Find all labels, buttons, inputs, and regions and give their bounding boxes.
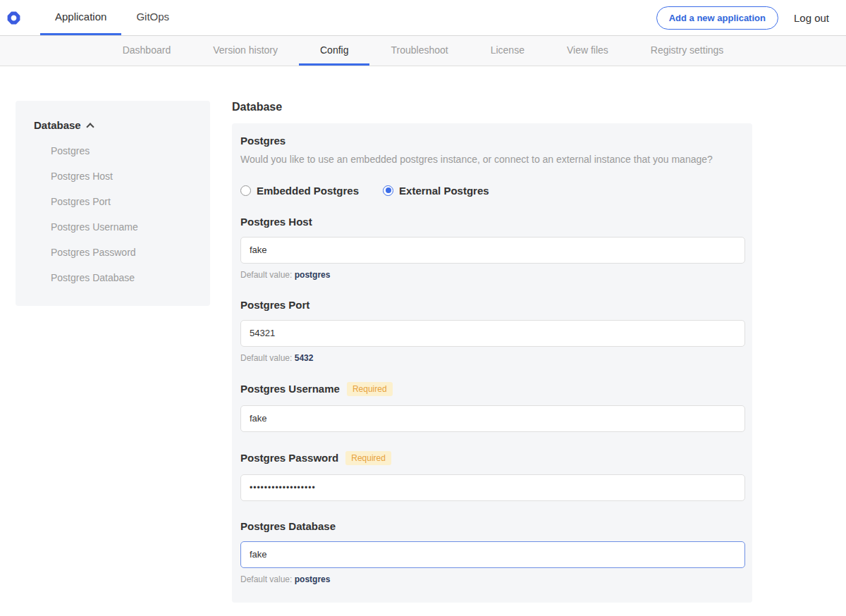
radio-unchecked-icon — [240, 185, 251, 196]
postgres-port-default: Default value: 5432 — [240, 353, 744, 363]
radio-external-postgres[interactable]: External Postgres — [383, 185, 489, 197]
sidebar-item-postgres-password[interactable]: Postgres Password — [34, 247, 197, 258]
group-title: Postgres — [240, 135, 744, 147]
radio-checked-icon — [383, 185, 393, 196]
field-postgres-database: Postgres Database Default value: postgre… — [240, 520, 744, 584]
postgres-database-input[interactable] — [240, 541, 745, 568]
subnav-tab-registry-settings-label: Registry settings — [651, 44, 723, 56]
postgres-database-default: Default value: postgres — [240, 574, 744, 584]
header-right: Add a new application Log out — [656, 0, 829, 35]
sidebar-item-postgres-username[interactable]: Postgres Username — [34, 221, 197, 233]
sidebar-group-database[interactable]: Database — [34, 119, 197, 131]
subnav-tab-troubleshoot[interactable]: Troubleshoot — [369, 36, 469, 66]
tab-application-label: Application — [55, 11, 106, 23]
subnav-tab-config-label: Config — [320, 44, 348, 56]
subnav-tab-registry-settings[interactable]: Registry settings — [630, 36, 744, 66]
app-logo[interactable] — [7, 0, 20, 35]
app-subnav: Dashboard Version history Config Trouble… — [0, 36, 846, 66]
default-value-prefix: Default value: — [240, 574, 292, 584]
sidebar-item-postgres-host[interactable]: Postgres Host — [34, 171, 197, 182]
postgres-host-input[interactable] — [240, 237, 745, 264]
field-postgres-database-label: Postgres Database — [240, 520, 336, 532]
header-tabs: Application GitOps — [40, 0, 184, 35]
group-description: Would you like to use an embedded postgr… — [240, 153, 744, 166]
field-postgres-port: Postgres Port Default value: 5432 — [240, 299, 744, 363]
default-value-prefix: Default value: — [240, 353, 292, 363]
config-sidebar: Database Postgres Postgres Host Postgres… — [16, 101, 210, 306]
sidebar-group-database-label: Database — [34, 119, 81, 131]
postgres-password-input[interactable] — [240, 474, 745, 501]
field-postgres-username-label: Postgres Username — [240, 383, 340, 395]
subnav-tab-license[interactable]: License — [470, 36, 546, 66]
logout-link[interactable]: Log out — [794, 12, 829, 24]
subnav-tab-version-history[interactable]: Version history — [192, 36, 299, 66]
sidebar-item-postgres[interactable]: Postgres — [34, 145, 197, 156]
required-badge: Required — [347, 382, 393, 396]
page-title: Database — [232, 101, 752, 113]
subnav-tab-view-files-label: View files — [567, 44, 608, 56]
required-badge: Required — [345, 451, 391, 465]
field-postgres-host-label: Postgres Host — [240, 216, 312, 228]
postgres-username-input[interactable] — [240, 405, 745, 432]
default-value-text: postgres — [295, 270, 331, 280]
field-postgres-port-label: Postgres Port — [240, 299, 309, 311]
sidebar-item-postgres-port[interactable]: Postgres Port — [34, 196, 197, 207]
default-value-text: postgres — [295, 574, 331, 584]
field-postgres-password: Postgres Password Required — [240, 451, 744, 501]
subnav-tab-version-history-label: Version history — [213, 44, 278, 56]
subnav-tab-dashboard[interactable]: Dashboard — [102, 36, 192, 66]
default-value-prefix: Default value: — [240, 270, 292, 280]
field-postgres-password-label: Postgres Password — [240, 452, 338, 464]
config-main: Database Postgres Would you like to use … — [232, 101, 752, 616]
tab-gitops[interactable]: GitOps — [121, 0, 184, 35]
field-postgres-username: Postgres Username Required — [240, 382, 744, 432]
subnav-tab-view-files[interactable]: View files — [546, 36, 630, 66]
chevron-up-icon — [86, 123, 94, 130]
postgres-host-default: Default value: postgres — [240, 270, 744, 280]
field-postgres-host: Postgres Host Default value: postgres — [240, 216, 744, 280]
subnav-tab-license-label: License — [491, 44, 525, 56]
subnav-tab-troubleshoot-label: Troubleshoot — [391, 44, 448, 56]
add-application-button[interactable]: Add a new application — [656, 6, 778, 30]
tab-gitops-label: GitOps — [136, 11, 169, 23]
default-value-text: 5432 — [295, 353, 314, 363]
postgres-radio-group: Embedded Postgres External Postgres — [240, 185, 744, 197]
sidebar-item-postgres-database[interactable]: Postgres Database — [34, 272, 197, 283]
config-group-panel: Postgres Would you like to use an embedd… — [232, 123, 752, 603]
radio-external-postgres-label: External Postgres — [399, 185, 489, 197]
page-content: Database Postgres Postgres Host Postgres… — [0, 66, 846, 616]
radio-embedded-postgres[interactable]: Embedded Postgres — [240, 185, 359, 197]
subnav-tab-dashboard-label: Dashboard — [123, 44, 171, 56]
top-header: Application GitOps Add a new application… — [0, 0, 846, 36]
radio-embedded-postgres-label: Embedded Postgres — [257, 185, 359, 197]
kots-logo-icon — [7, 11, 20, 25]
subnav-tab-config[interactable]: Config — [299, 36, 369, 66]
tab-application[interactable]: Application — [40, 0, 121, 35]
postgres-port-input[interactable] — [240, 320, 745, 347]
